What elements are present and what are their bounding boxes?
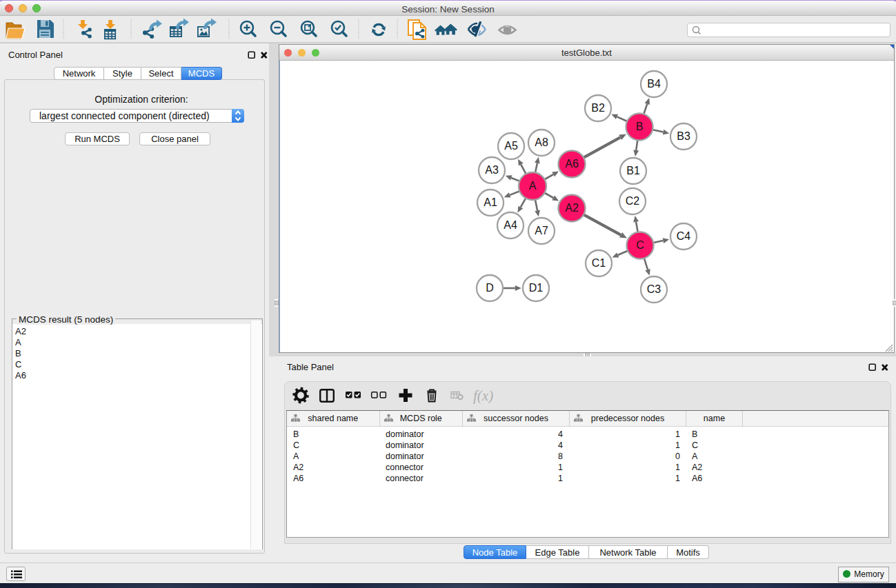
svg-text:A8: A8 [535,136,548,148]
svg-text:C1: C1 [592,257,606,269]
svg-text:A1: A1 [484,196,497,208]
svg-text:A2: A2 [565,202,579,214]
svg-text:A7: A7 [535,225,548,236]
svg-text:B1: B1 [626,165,640,176]
svg-text:C3: C3 [647,283,661,295]
svg-text:C2: C2 [626,195,640,207]
svg-text:C4: C4 [677,230,691,242]
svg-text:B4: B4 [647,78,661,90]
svg-text:B: B [636,121,644,132]
svg-text:f(x): f(x) [473,387,493,404]
svg-text:A5: A5 [504,140,518,152]
svg-text:A3: A3 [485,164,499,176]
svg-text:A4: A4 [504,219,517,231]
svg-text:A6: A6 [565,158,579,170]
svg-text:B2: B2 [591,102,605,114]
svg-text:D: D [486,282,494,294]
svg-text:B3: B3 [677,130,690,142]
svg-text:A: A [529,180,537,192]
svg-text:D1: D1 [529,282,544,294]
svg-text:C: C [636,239,644,251]
